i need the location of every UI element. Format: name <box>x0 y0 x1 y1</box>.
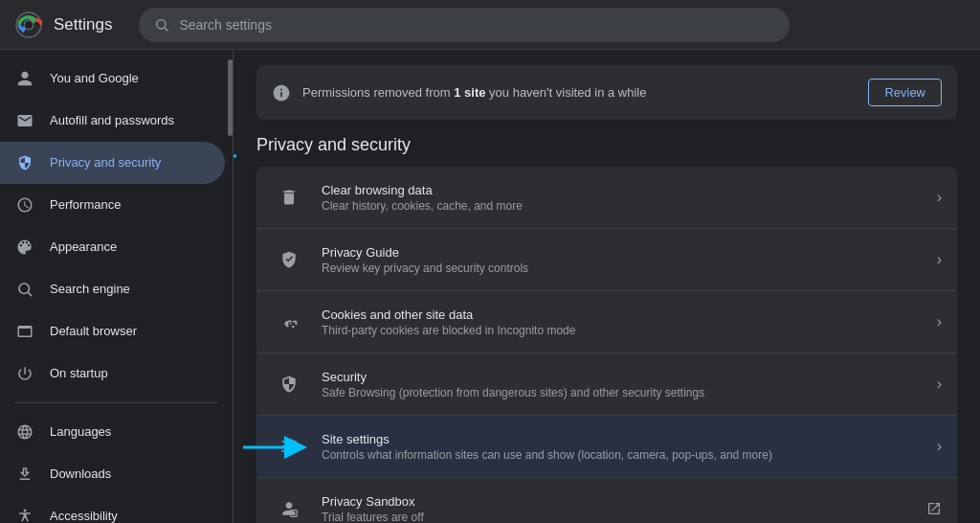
cookie-icon <box>272 305 306 339</box>
sidebar-item-label: Autofill and passwords <box>50 113 174 129</box>
chevron-right-icon: › <box>937 438 942 455</box>
app-title: Settings <box>54 15 112 34</box>
sidebar-item-label: Appearance <box>50 239 117 256</box>
performance-icon <box>15 195 34 215</box>
settings-item-desc: Third-party cookies are blocked in Incog… <box>322 324 922 337</box>
settings-item-title: Clear browsing data <box>322 183 922 197</box>
svg-line-6 <box>28 292 31 295</box>
permission-banner-text: Permissions removed from 1 site you have… <box>302 85 857 100</box>
sidebar-item-privacy[interactable]: Privacy and security <box>0 142 225 184</box>
sidebar-item-label: Privacy and security <box>50 155 161 171</box>
settings-item-title: Privacy Sandbox <box>322 494 911 509</box>
sidebar-item-autofill[interactable]: Autofill and passwords <box>0 100 225 142</box>
settings-item-desc: Trial features are off <box>322 511 911 524</box>
scrollbar-track <box>227 50 233 523</box>
settings-item-clear-browsing[interactable]: Clear browsing data Clear history, cooki… <box>256 167 957 229</box>
sidebar-item-on-startup[interactable]: On startup <box>0 352 225 395</box>
settings-item-desc: Clear history, cookies, cache, and more <box>322 199 922 213</box>
settings-item-security[interactable]: Security Safe Browsing (protection from … <box>256 353 957 416</box>
sidebar-item-label: Languages <box>50 424 111 441</box>
shield-check-icon <box>272 242 306 277</box>
shield-security-icon <box>272 367 306 401</box>
info-icon <box>272 83 291 102</box>
trash-icon <box>272 180 306 215</box>
settings-item-text: Cookies and other site data Third-party … <box>322 307 922 337</box>
accessibility-icon <box>15 507 34 523</box>
chevron-right-icon: › <box>937 189 942 206</box>
svg-line-4 <box>165 28 167 31</box>
settings-item-cookies[interactable]: Cookies and other site data Third-party … <box>256 291 957 353</box>
search-engine-icon <box>15 280 34 299</box>
search-bar[interactable] <box>139 8 790 42</box>
arrow-left-annotation <box>234 132 241 180</box>
sidebar-item-label: Accessibility <box>50 509 118 523</box>
palette-icon <box>15 238 34 257</box>
person-icon <box>15 69 34 88</box>
search-input[interactable] <box>179 17 774 33</box>
settings-item-desc: Safe Browsing (protection from dangerous… <box>322 386 922 399</box>
chevron-right-icon: › <box>937 251 942 268</box>
sidebar-item-label: You and Google <box>50 71 139 87</box>
permission-banner: Permissions removed from 1 site you have… <box>256 65 957 120</box>
language-icon <box>15 422 34 442</box>
download-icon <box>15 465 34 484</box>
sidebar-item-languages[interactable]: Languages <box>0 411 225 453</box>
autofill-icon <box>15 111 34 130</box>
person-box-icon <box>272 491 306 523</box>
chevron-right-icon: › <box>937 313 942 330</box>
sidebar-item-default-browser[interactable]: Default browser <box>0 310 225 352</box>
svg-point-10 <box>292 326 295 329</box>
settings-item-text: Privacy Sandbox Trial features are off <box>322 494 911 524</box>
settings-list: Clear browsing data Clear history, cooki… <box>256 167 957 523</box>
power-icon <box>15 364 34 383</box>
settings-item-text: Privacy Guide Review key privacy and sec… <box>322 245 922 275</box>
scrollbar-thumb[interactable] <box>228 59 233 136</box>
sidebar-item-accessibility[interactable]: Accessibility <box>0 495 225 523</box>
chevron-right-icon: › <box>937 375 942 393</box>
settings-item-privacy-guide[interactable]: Privacy Guide Review key privacy and sec… <box>256 229 957 291</box>
settings-item-title: Security <box>322 370 922 384</box>
settings-item-privacy-sandbox[interactable]: Privacy Sandbox Trial features are off <box>256 478 957 523</box>
content-area: Permissions removed from 1 site you have… <box>234 50 980 523</box>
sidebar-item-downloads[interactable]: Downloads <box>0 453 225 495</box>
sidebar: You and Google Autofill and passwords Pr… <box>0 50 234 523</box>
sidebar-item-search-engine[interactable]: Search engine <box>0 268 225 310</box>
sidebar-item-label: Default browser <box>50 324 137 340</box>
shield-icon <box>15 153 34 172</box>
settings-item-title: Cookies and other site data <box>322 307 922 322</box>
sidebar-item-label: Performance <box>50 197 121 214</box>
sliders-icon <box>272 429 306 464</box>
settings-item-text: Clear browsing data Clear history, cooki… <box>322 183 922 213</box>
settings-item-title: Privacy Guide <box>322 245 922 260</box>
settings-item-site-settings[interactable]: Site settings Controls what information … <box>256 416 957 478</box>
svg-point-7 <box>24 510 27 512</box>
svg-point-2 <box>25 20 33 29</box>
svg-point-8 <box>286 325 289 328</box>
sidebar-item-label: Downloads <box>50 466 111 483</box>
sidebar-item-label: Search engine <box>50 282 130 298</box>
sidebar-item-label: On startup <box>50 366 108 382</box>
topbar: Settings <box>0 0 980 50</box>
settings-item-desc: Controls what information sites can use … <box>322 448 922 462</box>
sidebar-divider <box>15 402 217 403</box>
sidebar-item-performance[interactable]: Performance <box>0 184 225 226</box>
main-layout: You and Google Autofill and passwords Pr… <box>0 50 980 523</box>
settings-item-title: Site settings <box>322 432 922 446</box>
sidebar-item-you-and-google[interactable]: You and Google <box>0 57 225 100</box>
settings-item-text: Security Safe Browsing (protection from … <box>322 370 922 399</box>
settings-item-desc: Review key privacy and security controls <box>322 262 922 275</box>
chrome-logo <box>15 11 42 38</box>
permission-text-after: you haven't visited in a while <box>485 85 646 100</box>
browser-icon <box>15 322 34 341</box>
settings-item-text: Site settings Controls what information … <box>322 432 922 462</box>
review-button[interactable]: Review <box>868 79 942 106</box>
external-link-icon <box>926 501 942 516</box>
permission-count: 1 site <box>454 85 485 100</box>
svg-point-9 <box>290 323 292 325</box>
sidebar-item-appearance[interactable]: Appearance <box>0 226 225 268</box>
section-title: Privacy and security <box>256 135 957 155</box>
search-icon <box>154 17 169 33</box>
